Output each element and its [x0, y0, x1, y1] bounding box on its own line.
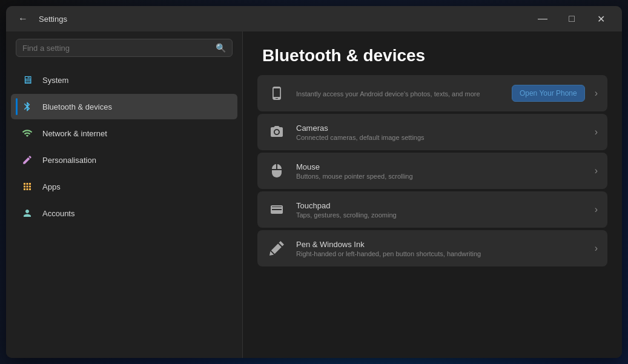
titlebar: ← Settings — □ ✕: [6, 6, 622, 31]
mouse-item[interactable]: Mouse Buttons, mouse pointer speed, scro…: [257, 153, 607, 189]
personalisation-icon: [21, 153, 34, 167]
pen-text: Pen & Windows Ink Right-handed or left-h…: [296, 240, 585, 257]
back-button[interactable]: ←: [13, 11, 33, 27]
phone-chevron: ›: [595, 88, 598, 99]
pen-chevron: ›: [595, 243, 598, 254]
mouse-subtitle: Buttons, mouse pointer speed, scrolling: [296, 173, 585, 180]
cameras-icon: [267, 122, 286, 142]
sidebar-label-apps: Apps: [42, 182, 61, 191]
bluetooth-icon: [21, 100, 34, 113]
window-controls: — □ ✕: [529, 9, 615, 28]
touchpad-chevron: ›: [595, 204, 598, 215]
window-title: Settings: [39, 15, 529, 24]
search-container: 🔍: [6, 31, 242, 67]
cameras-text: Cameras Connected cameras, default image…: [296, 124, 585, 141]
sidebar-label-bluetooth: Bluetooth & devices: [42, 102, 112, 111]
sidebar-label-system: System: [42, 76, 68, 85]
mouse-icon: [267, 161, 286, 180]
pen-title: Pen & Windows Ink: [296, 240, 585, 249]
cameras-item[interactable]: Cameras Connected cameras, default image…: [257, 114, 607, 150]
phone-description: Instantly access your Android device's p…: [296, 90, 502, 98]
sidebar-label-network: Network & internet: [42, 129, 107, 138]
minimize-button[interactable]: —: [529, 9, 557, 28]
search-input[interactable]: [22, 44, 211, 53]
main-layout: 🔍 🖥 System Bluetooth & devices: [6, 31, 622, 358]
mouse-text: Mouse Buttons, mouse pointer speed, scro…: [296, 162, 585, 180]
system-icon: 🖥: [21, 73, 34, 87]
content-area: Bluetooth & devices Instantly access you…: [243, 31, 622, 358]
cameras-chevron: ›: [595, 127, 598, 137]
touchpad-subtitle: Taps, gestures, scrolling, zooming: [296, 211, 585, 219]
sidebar-label-personalisation: Personalisation: [42, 156, 96, 165]
phone-text: Instantly access your Android device's p…: [296, 89, 502, 98]
sidebar: 🔍 🖥 System Bluetooth & devices: [6, 31, 242, 358]
settings-window: ← Settings — □ ✕ 🔍: [6, 6, 622, 358]
phone-icon: [267, 84, 286, 103]
apps-icon: [21, 180, 34, 193]
sidebar-item-network[interactable]: Network & internet: [11, 121, 237, 146]
sidebar-item-bluetooth[interactable]: Bluetooth & devices: [11, 94, 237, 119]
page-title: Bluetooth & devices: [262, 46, 603, 65]
minimize-icon: —: [538, 13, 547, 24]
sidebar-label-accounts: Accounts: [42, 209, 74, 218]
pen-item[interactable]: Pen & Windows Ink Right-handed or left-h…: [257, 230, 607, 266]
pen-icon: [267, 239, 286, 258]
cameras-title: Cameras: [296, 124, 585, 133]
touchpad-item[interactable]: Touchpad Taps, gestures, scrolling, zoom…: [257, 191, 607, 228]
touchpad-icon: [267, 200, 286, 219]
maximize-button[interactable]: □: [558, 9, 586, 28]
sidebar-item-personalisation[interactable]: Personalisation: [11, 147, 237, 173]
pen-subtitle: Right-handed or left-handed, pen button …: [296, 250, 585, 257]
settings-list: Instantly access your Android device's p…: [243, 75, 622, 266]
search-box: 🔍: [16, 39, 233, 57]
back-icon: ←: [18, 13, 28, 24]
mouse-title: Mouse: [296, 162, 585, 171]
search-icon: 🔍: [216, 43, 226, 53]
mouse-chevron: ›: [595, 165, 598, 176]
maximize-icon: □: [569, 13, 575, 24]
close-button[interactable]: ✕: [587, 9, 615, 28]
network-icon: [21, 127, 34, 140]
sidebar-item-apps[interactable]: Apps: [11, 174, 237, 199]
touchpad-text: Touchpad Taps, gestures, scrolling, zoom…: [296, 201, 585, 219]
content-header: Bluetooth & devices: [243, 31, 622, 75]
cameras-subtitle: Connected cameras, default image setting…: [296, 134, 585, 141]
phone-link-item[interactable]: Instantly access your Android device's p…: [257, 75, 607, 111]
touchpad-title: Touchpad: [296, 201, 585, 210]
sidebar-item-system[interactable]: 🖥 System: [11, 67, 237, 93]
close-icon: ✕: [597, 13, 605, 25]
open-your-phone-button[interactable]: Open Your Phone: [512, 85, 585, 102]
sidebar-item-accounts[interactable]: Accounts: [11, 200, 237, 226]
accounts-icon: [21, 207, 34, 220]
